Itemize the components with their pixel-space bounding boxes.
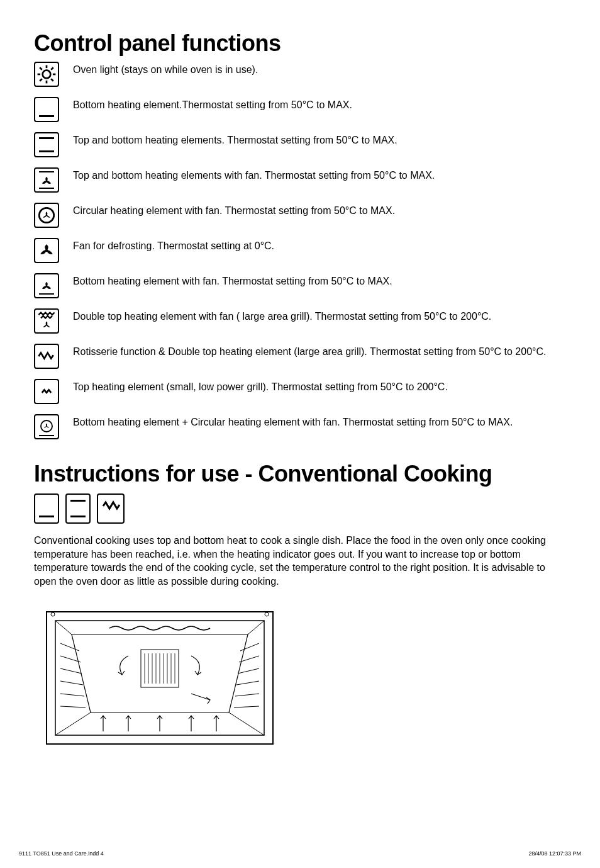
bottom-heat-icon bbox=[34, 493, 59, 524]
function-desc: Oven light (stays on while oven is in us… bbox=[73, 62, 566, 77]
svg-line-23 bbox=[229, 713, 264, 735]
function-desc: Double top heating element with fan ( la… bbox=[73, 308, 566, 324]
circular-fan-icon bbox=[34, 203, 59, 228]
function-desc: Top and bottom heating elements. Thermos… bbox=[73, 132, 566, 147]
function-row: Top and bottom heating elements. Thermos… bbox=[34, 132, 566, 167]
top-bottom-heat-icon bbox=[65, 493, 91, 524]
top-bottom-heat-icon bbox=[34, 132, 59, 157]
function-desc: Fan for defrosting. Thermostat setting a… bbox=[73, 238, 566, 253]
heading-conventional: Instructions for use - Conventional Cook… bbox=[34, 461, 566, 487]
oven-interior-diagram bbox=[34, 606, 286, 757]
svg-line-20 bbox=[55, 621, 72, 634]
page-footer: 9111 TO851 Use and Care.indd 4 28/4/08 1… bbox=[19, 850, 581, 857]
function-row: Bottom heating element with fan. Thermos… bbox=[34, 273, 566, 308]
footer-right: 28/4/08 12:07:33 PM bbox=[528, 850, 581, 857]
svg-line-30 bbox=[240, 643, 259, 651]
svg-line-8 bbox=[40, 79, 42, 81]
svg-line-22 bbox=[55, 713, 91, 735]
svg-point-0 bbox=[43, 70, 51, 79]
function-row: Bottom heating element + Circular heatin… bbox=[34, 414, 566, 449]
function-desc: Circular heating element with fan. Therm… bbox=[73, 203, 566, 218]
rotisserie-icon bbox=[34, 344, 59, 369]
function-desc: Top and bottom heating elements with fan… bbox=[73, 167, 566, 183]
function-row: Top heating element (small, low power gr… bbox=[34, 379, 566, 414]
svg-line-28 bbox=[60, 694, 84, 696]
function-row: Top and bottom heating elements with fan… bbox=[34, 167, 566, 203]
page: Control panel functions Oven light (stay… bbox=[0, 0, 600, 868]
svg-point-46 bbox=[51, 612, 55, 616]
svg-line-7 bbox=[51, 67, 53, 70]
svg-line-33 bbox=[236, 681, 259, 685]
function-desc: Top heating element (small, low power gr… bbox=[73, 379, 566, 394]
function-desc: Bottom heating element with fan. Thermos… bbox=[73, 273, 566, 288]
function-row: Fan for defrosting. Thermostat setting a… bbox=[34, 238, 566, 273]
svg-line-27 bbox=[60, 681, 83, 685]
svg-line-5 bbox=[40, 67, 42, 70]
svg-line-6 bbox=[51, 79, 53, 81]
function-desc: Bottom heating element + Circular heatin… bbox=[73, 414, 566, 429]
footer-left: 9111 TO851 Use and Care.indd 4 bbox=[19, 850, 104, 857]
function-row: Bottom heating element.Thermostat settin… bbox=[34, 97, 566, 132]
double-top-fan-icon bbox=[34, 308, 59, 334]
bottom-fan-icon bbox=[34, 273, 59, 298]
svg-line-21 bbox=[248, 621, 264, 634]
svg-line-29 bbox=[60, 706, 86, 707]
svg-line-24 bbox=[60, 643, 79, 651]
oven-light-icon bbox=[34, 62, 59, 87]
section-conventional: Instructions for use - Conventional Cook… bbox=[34, 461, 566, 757]
bottom-heat-icon bbox=[34, 97, 59, 122]
function-list: Oven light (stays on while oven is in us… bbox=[34, 62, 566, 449]
svg-line-34 bbox=[235, 694, 259, 696]
top-bottom-fan-icon bbox=[34, 167, 59, 193]
function-desc: Bottom heating element.Thermostat settin… bbox=[73, 97, 566, 112]
conventional-body-text: Conventional cooking uses top and bottom… bbox=[34, 534, 566, 588]
svg-line-32 bbox=[238, 668, 259, 674]
grill-zigzag-icon bbox=[97, 493, 125, 524]
fan-defrost-icon bbox=[34, 238, 59, 263]
function-desc: Rotisserie function & Double top heating… bbox=[73, 344, 566, 359]
function-row: Rotisserie function & Double top heating… bbox=[34, 344, 566, 379]
svg-point-47 bbox=[265, 612, 269, 616]
bottom-circular-fan-icon bbox=[34, 414, 59, 439]
conventional-icon-row bbox=[34, 493, 566, 524]
function-row: Double top heating element with fan ( la… bbox=[34, 308, 566, 344]
function-row: Oven light (stays on while oven is in us… bbox=[34, 62, 566, 97]
function-row: Circular heating element with fan. Therm… bbox=[34, 203, 566, 238]
heading-control-panel: Control panel functions bbox=[34, 30, 566, 57]
svg-line-35 bbox=[234, 706, 259, 707]
top-small-grill-icon bbox=[34, 379, 59, 404]
svg-line-26 bbox=[60, 668, 82, 674]
